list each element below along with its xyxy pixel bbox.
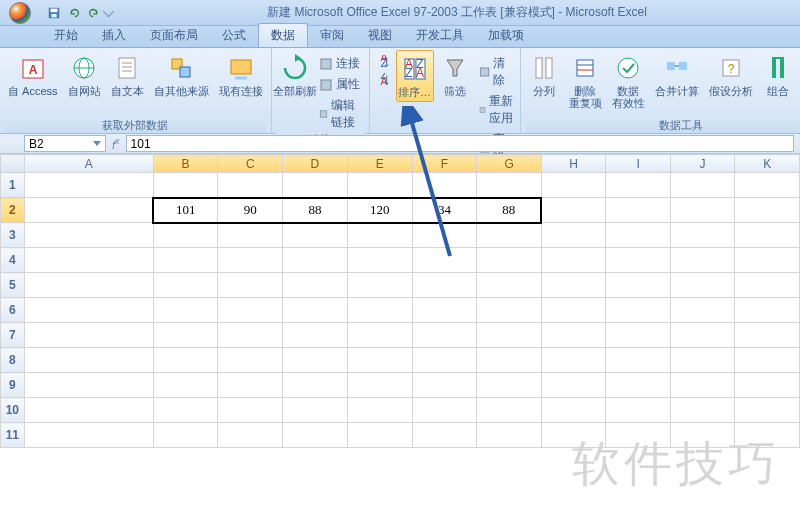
sort-desc-button[interactable]: ZA [374,72,394,88]
cell-F4[interactable] [412,248,477,273]
cell-E11[interactable] [347,423,412,448]
col-header-B[interactable]: B [153,155,218,173]
cell-E2[interactable]: 120 [347,198,412,223]
cell-H7[interactable] [541,323,606,348]
col-header-I[interactable]: I [606,155,670,173]
cell-B3[interactable] [153,223,218,248]
cell-I5[interactable] [606,273,670,298]
ribbon-合并计算[interactable]: 合并计算 [651,50,703,100]
cell-G2[interactable]: 88 [477,198,542,223]
cell-F7[interactable] [412,323,477,348]
ribbon-筛选[interactable]: 筛选 [436,50,474,100]
col-header-F[interactable]: F [412,155,477,173]
cell-G5[interactable] [477,273,542,298]
cell-A10[interactable] [24,398,153,423]
cell-C5[interactable] [218,273,283,298]
cell-J7[interactable] [670,323,734,348]
cell-B10[interactable] [153,398,218,423]
ribbon-small-编辑链接[interactable]: 编辑链接 [316,96,365,132]
row-header-7[interactable]: 7 [1,323,25,348]
cell-I8[interactable] [606,348,670,373]
cell-G10[interactable] [477,398,542,423]
cell-G7[interactable] [477,323,542,348]
cell-E3[interactable] [347,223,412,248]
cell-B4[interactable] [153,248,218,273]
row-header-10[interactable]: 10 [1,398,25,423]
ribbon-自文本[interactable]: 自文本 [107,50,148,100]
cell-I4[interactable] [606,248,670,273]
cell-H3[interactable] [541,223,606,248]
cell-B9[interactable] [153,373,218,398]
cell-E4[interactable] [347,248,412,273]
save-icon[interactable] [46,5,62,21]
tab-审阅[interactable]: 审阅 [308,24,356,47]
cell-G4[interactable] [477,248,542,273]
ribbon-全部刷新[interactable]: 全部刷新 [276,50,314,100]
cell-I6[interactable] [606,298,670,323]
cell-E7[interactable] [347,323,412,348]
cell-C2[interactable]: 90 [218,198,283,223]
cell-C11[interactable] [218,423,283,448]
row-header-3[interactable]: 3 [1,223,25,248]
cell-I11[interactable] [606,423,670,448]
ribbon-排序[interactable]: AZZA排序… [396,50,434,102]
cell-G8[interactable] [477,348,542,373]
cell-D8[interactable] [283,348,348,373]
cell-J10[interactable] [670,398,734,423]
col-header-D[interactable]: D [283,155,348,173]
tab-插入[interactable]: 插入 [90,24,138,47]
col-header-K[interactable]: K [735,155,800,173]
tab-开始[interactable]: 开始 [42,24,90,47]
cell-F9[interactable] [412,373,477,398]
cell-I9[interactable] [606,373,670,398]
cell-A3[interactable] [24,223,153,248]
cell-D1[interactable] [283,173,348,198]
row-header-6[interactable]: 6 [1,298,25,323]
redo-icon[interactable] [86,5,102,21]
cell-J4[interactable] [670,248,734,273]
cell-J2[interactable] [670,198,734,223]
col-header-H[interactable]: H [541,155,606,173]
cell-A7[interactable] [24,323,153,348]
office-button[interactable] [0,0,40,26]
row-header-2[interactable]: 2 [1,198,25,223]
ribbon-组合[interactable]: 组合 [759,50,797,100]
cell-C8[interactable] [218,348,283,373]
ribbon-自网站[interactable]: 自网站 [64,50,105,100]
cell-D9[interactable] [283,373,348,398]
namebox-dropdown-icon[interactable] [93,141,101,146]
name-box[interactable]: B2 [24,135,106,152]
cell-F5[interactable] [412,273,477,298]
cell-J3[interactable] [670,223,734,248]
ribbon-自其他来源[interactable]: 自其他来源 [150,50,213,100]
ribbon-分列[interactable]: 分列 [525,50,563,100]
cell-F10[interactable] [412,398,477,423]
cell-K5[interactable] [735,273,800,298]
cell-J11[interactable] [670,423,734,448]
cell-C9[interactable] [218,373,283,398]
cell-C1[interactable] [218,173,283,198]
cell-A11[interactable] [24,423,153,448]
row-header-4[interactable]: 4 [1,248,25,273]
cell-H4[interactable] [541,248,606,273]
tab-加载项[interactable]: 加载项 [476,24,536,47]
cell-F8[interactable] [412,348,477,373]
tab-开发工具[interactable]: 开发工具 [404,24,476,47]
cell-D10[interactable] [283,398,348,423]
cell-C4[interactable] [218,248,283,273]
cell-A2[interactable] [24,198,153,223]
cell-K8[interactable] [735,348,800,373]
cell-H2[interactable] [541,198,606,223]
cell-G6[interactable] [477,298,542,323]
tab-数据[interactable]: 数据 [258,23,308,47]
cell-I7[interactable] [606,323,670,348]
cell-B1[interactable] [153,173,218,198]
ribbon-现有连接[interactable]: 现有连接 [215,50,267,100]
cell-D3[interactable] [283,223,348,248]
cell-B6[interactable] [153,298,218,323]
cell-D2[interactable]: 88 [283,198,348,223]
cell-E6[interactable] [347,298,412,323]
cell-B11[interactable] [153,423,218,448]
cell-A8[interactable] [24,348,153,373]
row-header-5[interactable]: 5 [1,273,25,298]
